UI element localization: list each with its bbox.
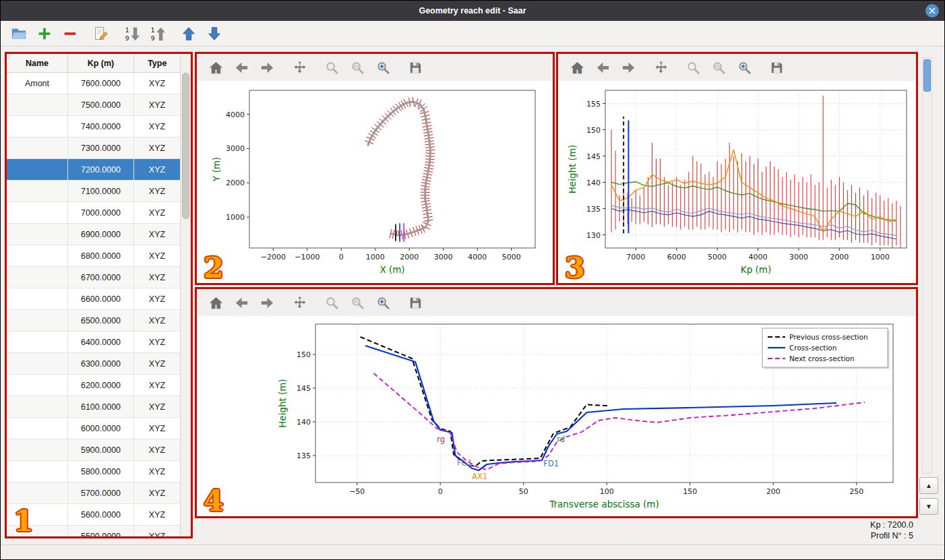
column-header[interactable]: Kp (m) <box>68 54 134 73</box>
titlebar[interactable]: Geometry reach edit - Saar <box>1 1 944 21</box>
zoom-plus-icon[interactable] <box>375 59 392 76</box>
svg-text:FG1: FG1 <box>457 458 472 468</box>
cross-section-panel: −50050100150200250135140145150Transverse… <box>195 287 918 518</box>
svg-text:135: 135 <box>586 205 601 214</box>
move-down-icon[interactable] <box>206 25 223 42</box>
table-row[interactable]: 6400.0000XYZ <box>7 332 181 353</box>
svg-text:140: 140 <box>586 179 601 187</box>
svg-text:2000: 2000 <box>400 253 419 261</box>
save-icon[interactable] <box>768 59 785 76</box>
svg-text:AX1: AX1 <box>472 472 487 481</box>
svg-text:Y (m): Y (m) <box>211 157 222 182</box>
long-profile-figure[interactable]: 7000600050004000300020001000130135140145… <box>558 81 916 283</box>
column-header[interactable]: Type <box>134 54 181 73</box>
home-icon[interactable] <box>208 59 224 76</box>
table-row[interactable]: 6700.0000XYZ <box>7 267 181 288</box>
table-row[interactable]: 6900.0000XYZ <box>7 224 181 245</box>
sort-ascending-icon[interactable]: 19 <box>123 25 141 42</box>
plan-view-panel: −2000−1000010002000300040005000100020003… <box>195 52 555 285</box>
svg-text:3000: 3000 <box>226 144 245 153</box>
svg-text:150: 150 <box>683 487 697 496</box>
table-row[interactable]: 7500.0000XYZ <box>7 94 181 116</box>
cross-section-figure[interactable]: −50050100150200250135140145150Transverse… <box>197 316 916 516</box>
back-icon[interactable] <box>233 59 250 76</box>
home-icon[interactable] <box>569 59 586 76</box>
save-icon[interactable] <box>407 59 424 76</box>
add-profile-icon[interactable] <box>36 25 53 42</box>
table-row[interactable]: 5600.0000XYZ <box>7 504 181 526</box>
zoom-plus-icon[interactable] <box>375 294 392 311</box>
table-row[interactable]: 7000.0000XYZ <box>7 202 181 224</box>
table-row[interactable]: 7400.0000XYZ <box>7 116 181 137</box>
table-row[interactable]: 7300.0000XYZ <box>7 137 181 159</box>
svg-text:4000: 4000 <box>226 111 245 119</box>
zoom-icon[interactable] <box>324 294 340 311</box>
forward-icon[interactable] <box>259 294 276 311</box>
statusbar <box>1 545 944 559</box>
table-row[interactable]: 6000.0000XYZ <box>7 418 181 439</box>
up-arrow-icon: ▲ <box>925 482 932 489</box>
back-icon[interactable] <box>595 59 611 76</box>
vertical-scrollbar[interactable] <box>922 57 932 474</box>
svg-text:Height (m): Height (m) <box>277 379 288 428</box>
table-row[interactable]: 6500.0000XYZ <box>7 310 181 332</box>
table-row[interactable]: 5900.0000XYZ <box>7 439 181 461</box>
svg-text:150: 150 <box>586 126 601 135</box>
svg-text:1000: 1000 <box>871 253 890 261</box>
svg-text:Cross-section: Cross-section <box>789 344 836 352</box>
edit-profile-icon[interactable] <box>92 25 110 42</box>
table-row[interactable]: 6300.0000XYZ <box>7 353 181 375</box>
table-row[interactable]: 5700.0000XYZ <box>7 483 181 504</box>
pan-icon[interactable] <box>291 59 308 76</box>
zoom-region-icon[interactable] <box>710 59 727 76</box>
svg-text:50: 50 <box>519 487 528 496</box>
forward-icon[interactable] <box>620 59 637 76</box>
cross-sections-table-panel: NameKp (m)TypeAmont7600.0000XYZ7500.0000… <box>5 52 193 538</box>
svg-text:140: 140 <box>297 418 311 427</box>
zoom-icon[interactable] <box>324 59 340 76</box>
svg-text:2000: 2000 <box>226 179 245 187</box>
save-icon[interactable] <box>407 294 424 311</box>
close-button[interactable] <box>925 4 939 18</box>
pan-icon[interactable] <box>652 59 669 76</box>
zoom-icon[interactable] <box>685 59 702 76</box>
zoom-plus-icon[interactable] <box>736 59 753 76</box>
table-row[interactable]: Amont7600.0000XYZ <box>7 73 181 94</box>
previous-profile-button[interactable]: ▲ <box>919 477 938 494</box>
table-scrollbar-thumb[interactable] <box>182 73 189 219</box>
table-row[interactable]: 7200.0000XYZ <box>7 159 181 181</box>
back-icon[interactable] <box>233 294 250 311</box>
vertical-scrollbar-thumb[interactable] <box>923 59 931 92</box>
table-scrollbar[interactable] <box>180 54 191 536</box>
table-row[interactable]: 6600.0000XYZ <box>7 288 181 310</box>
svg-text:250: 250 <box>849 487 863 496</box>
next-profile-button[interactable]: ▼ <box>919 498 938 515</box>
long-profile-panel: 7000600050004000300020001000130135140145… <box>556 52 918 285</box>
svg-text:150: 150 <box>297 350 311 359</box>
table-row[interactable]: 5500.0000XYZ <box>7 526 181 537</box>
zoom-region-icon[interactable] <box>349 294 366 311</box>
table-row[interactable]: 6200.0000XYZ <box>7 375 181 396</box>
remove-profile-icon[interactable] <box>61 25 79 42</box>
zoom-region-icon[interactable] <box>349 59 366 76</box>
svg-text:1000: 1000 <box>366 253 385 261</box>
pan-icon[interactable] <box>291 294 308 311</box>
sort-descending-icon[interactable]: 19 <box>149 25 166 42</box>
svg-text:145: 145 <box>586 152 601 161</box>
table-row[interactable]: 6100.0000XYZ <box>7 396 181 418</box>
forward-icon[interactable] <box>259 59 276 76</box>
status-panel: Kp : 7200.0 Profil N° : 5 <box>870 520 913 541</box>
table-row[interactable]: 6800.0000XYZ <box>7 245 181 267</box>
open-file-icon[interactable] <box>10 25 28 42</box>
close-icon <box>929 7 936 14</box>
plan-view-figure[interactable]: −2000−1000010002000300040005000100020003… <box>197 81 553 283</box>
home-icon[interactable] <box>208 294 224 311</box>
svg-text:X (m): X (m) <box>379 264 404 275</box>
down-arrow-icon: ▼ <box>925 503 932 510</box>
move-up-icon[interactable] <box>180 25 197 42</box>
table-row[interactable]: 7100.0000XYZ <box>7 181 181 202</box>
table-row[interactable]: 5800.0000XYZ <box>7 461 181 483</box>
svg-text:Kp (m): Kp (m) <box>741 264 771 275</box>
status-kp: Kp : 7200.0 <box>870 520 913 530</box>
column-header[interactable]: Name <box>7 54 68 73</box>
